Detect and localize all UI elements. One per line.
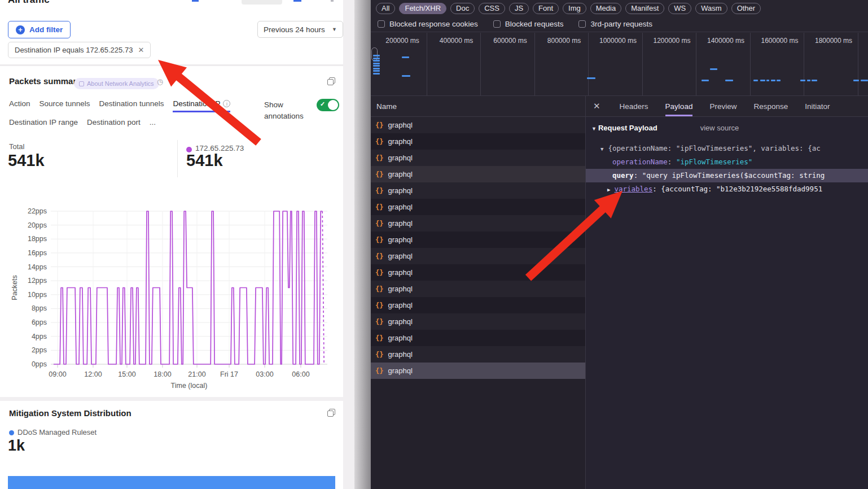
filter-pill-css[interactable]: CSS	[479, 3, 505, 14]
request-row-graphql[interactable]: {}graphql	[371, 199, 585, 215]
request-row-graphql[interactable]: {}graphql	[371, 313, 585, 330]
key-query: query	[612, 171, 634, 180]
tab-source-tunnels[interactable]: Source tunnels	[40, 99, 90, 108]
timeline-request-mark	[402, 56, 409, 58]
time-range-dropdown[interactable]: Previous 24 hours ▼	[257, 21, 343, 38]
x-tick-label: 09:00	[49, 370, 66, 378]
value-query: "query ipFlowTimeseries($accountTag: str…	[642, 171, 825, 180]
request-row-graphql[interactable]: {}graphql	[371, 150, 585, 166]
filter-pill-manifest[interactable]: Manifest	[625, 3, 664, 14]
filter-pill-wasm[interactable]: Wasm	[695, 3, 727, 14]
clipped-fragment	[293, 0, 301, 2]
filter-pill-js[interactable]: JS	[509, 3, 529, 14]
request-row-graphql[interactable]: {}graphql	[371, 297, 585, 313]
filter-pill-media[interactable]: Media	[590, 3, 621, 14]
network-overview-timeline[interactable]: 200000 ms400000 ms600000 ms800000 ms1000…	[371, 33, 868, 96]
request-row-graphql[interactable]: {}graphql	[371, 182, 585, 199]
filter-pill-img[interactable]: Img	[563, 3, 586, 14]
checkbox-blocked-requests[interactable]: Blocked requests	[493, 20, 564, 28]
payload-variables-row[interactable]: ▶variables: {accountTag: "b12e3b2192ee55…	[586, 182, 868, 196]
value-operationname: "ipFlowTimeseries"	[676, 158, 752, 166]
detail-tab-headers[interactable]: Headers	[620, 96, 648, 116]
y-tick-label: 14pps	[28, 263, 47, 271]
toggle-knob	[328, 100, 338, 110]
json-braces-icon: {}	[375, 220, 383, 228]
timeline-request-mark	[853, 80, 859, 81]
packets-summary-card: All traffic + Add filter Previous 24 hou…	[0, 0, 343, 397]
json-braces-icon: {}	[375, 367, 383, 375]
timeline-tick-label: 400000 ms	[440, 37, 473, 45]
expand-panel-icon[interactable]	[327, 77, 335, 85]
filter-pill-ws[interactable]: WS	[668, 3, 691, 14]
timeline-request-mark	[812, 80, 817, 81]
request-row-graphql[interactable]: {}graphql	[371, 346, 585, 363]
json-braces-icon: {}	[375, 302, 383, 309]
x-tick-label: 15:00	[118, 370, 135, 378]
checkbox-box[interactable]	[578, 20, 586, 28]
filter-pill-all[interactable]: All	[376, 3, 395, 14]
checkbox-box[interactable]	[378, 20, 385, 28]
json-braces-icon: {}	[375, 203, 383, 211]
timeline-request-mark	[760, 80, 765, 81]
show-annotations-toggle[interactable]: ✓	[317, 99, 339, 111]
checkbox-blocked-response-cookies[interactable]: Blocked response cookies	[378, 20, 478, 28]
checkbox-3rd-party-requests[interactable]: 3rd-party requests	[578, 20, 652, 28]
detail-tab-preview[interactable]: Preview	[709, 96, 737, 116]
timeline-request-mark	[777, 80, 781, 81]
timeline-request-mark	[373, 63, 380, 64]
request-row-graphql[interactable]: {}graphql	[371, 264, 585, 281]
badge-label: About Network Analytics	[87, 80, 154, 87]
timeline-request-mark	[766, 80, 769, 81]
detail-tab-initiator[interactable]: Initiator	[805, 96, 830, 116]
detail-tab-payload[interactable]: Payload	[665, 96, 693, 116]
add-filter-button[interactable]: + Add filter	[8, 21, 71, 38]
detail-tab-response[interactable]: Response	[753, 96, 788, 116]
window-gap-shadow	[354, 0, 371, 489]
tab-destination-port[interactable]: Destination port	[87, 118, 141, 126]
filter-pill-fetch-xhr[interactable]: Fetch/XHR	[399, 3, 446, 14]
chevron-down-icon: ▼	[332, 27, 337, 32]
timeline-request-mark	[800, 80, 805, 81]
filter-pill-other[interactable]: Other	[731, 3, 761, 14]
payload-preview-row[interactable]: ▼{operationName: "ipFlowTimeseries", var…	[586, 142, 868, 155]
request-row-graphql[interactable]: {}graphql	[371, 248, 585, 264]
tab-destination-tunnels[interactable]: Destination tunnels	[99, 99, 164, 108]
mitigation-legend-dot	[9, 430, 14, 435]
request-row-graphql[interactable]: {}graphql	[371, 215, 585, 232]
request-row-graphql[interactable]: {}graphql	[371, 166, 585, 182]
timeline-request-mark	[771, 80, 775, 81]
payload-query-row-selected[interactable]: query: "query ipFlowTimeseries($accountT…	[586, 169, 868, 182]
more-tabs-ellipsis[interactable]: ...	[150, 118, 156, 126]
tab-destination-ip-active[interactable]: Destination IP i	[173, 99, 230, 112]
detail-tabs: HeadersPayloadPreviewResponseInitiator	[620, 96, 830, 116]
request-row-graphql[interactable]: {}graphql	[371, 232, 585, 248]
view-source-link[interactable]: view source	[700, 124, 739, 132]
timeline-tick-label: 1600000 ms	[761, 37, 798, 45]
request-row-graphql[interactable]: {}graphql	[371, 117, 585, 133]
remove-filter-icon[interactable]: ✕	[138, 46, 144, 54]
request-row-graphql[interactable]: {}graphql	[371, 133, 585, 150]
name-column-header[interactable]: Name	[371, 96, 585, 117]
request-row-graphql[interactable]: {}graphql	[371, 330, 585, 346]
dimension-tabs-row1: Action Source tunnels Destination tunnel…	[9, 99, 230, 108]
request-row-graphql[interactable]: {}graphql	[371, 281, 585, 297]
y-tick-label: 22pps	[28, 207, 47, 215]
checkbox-box[interactable]	[493, 20, 501, 28]
mitigation-title: Mitigation System Distribution	[9, 408, 131, 418]
mitigation-card: Mitigation System Distribution DDoS Mana…	[0, 401, 343, 489]
payload-operationname-row[interactable]: operationName: "ipFlowTimeseries"	[586, 155, 868, 169]
close-icon[interactable]: ✕	[593, 101, 600, 111]
request-name: graphql	[388, 170, 412, 178]
y-tick-label: 10pps	[28, 291, 47, 299]
tab-destination-ip-range[interactable]: Destination IP range	[9, 118, 78, 126]
filter-pill-font[interactable]: Font	[533, 3, 559, 14]
tab-action[interactable]: Action	[9, 99, 30, 108]
expand-panel-icon[interactable]	[327, 409, 335, 417]
timeline-request-mark	[753, 80, 758, 81]
request-payload-header[interactable]: ▼Request Payloadview source	[591, 121, 868, 135]
request-row-graphql[interactable]: {}graphql	[371, 363, 585, 379]
info-icon[interactable]: i	[223, 100, 230, 107]
filter-chip[interactable]: Destination IP equals 172.65.225.73 ✕	[8, 42, 151, 58]
filter-pill-doc[interactable]: Doc	[450, 3, 475, 14]
about-network-analytics-badge[interactable]: About Network Analytics	[74, 78, 159, 89]
